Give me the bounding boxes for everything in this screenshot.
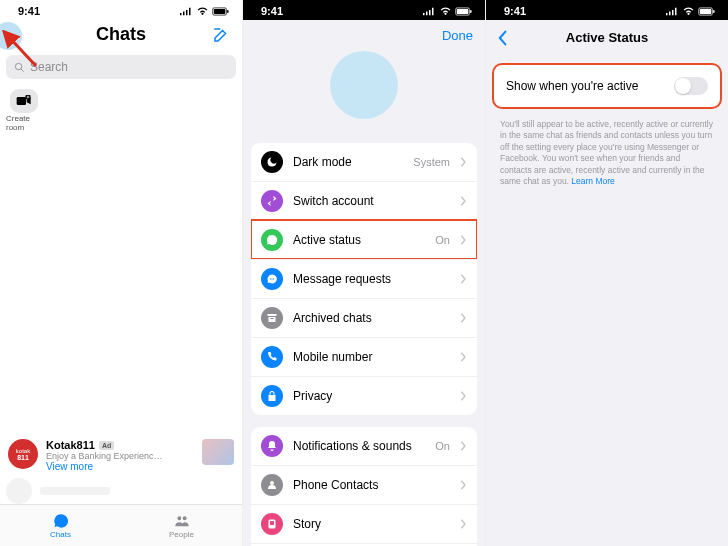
status-bar: 9:41 xyxy=(486,0,728,20)
search-placeholder: Search xyxy=(30,60,68,74)
svg-point-4 xyxy=(15,63,21,69)
page-title: Chats xyxy=(10,24,232,45)
show-active-label: Show when you're active xyxy=(506,79,638,93)
sponsored-row[interactable]: kotak811 Kotak811 Ad Enjoy a Banking Exp… xyxy=(0,435,242,476)
screen-settings: 9:41 Done Dark modeSystemSwitch accountA… xyxy=(242,0,485,546)
row-label: Archived chats xyxy=(293,311,450,325)
row-label: Mobile number xyxy=(293,350,450,364)
settings-row-phone-contacts[interactable]: Phone Contacts xyxy=(251,465,477,504)
bell-icon xyxy=(261,435,283,457)
ad-badge: Ad xyxy=(99,441,114,450)
help-text: You'll still appear to be active, recent… xyxy=(486,115,728,192)
row-label: Switch account xyxy=(293,194,450,208)
chevron-right-icon xyxy=(460,519,467,529)
moon-icon xyxy=(261,151,283,173)
row-value: System xyxy=(413,156,450,168)
profile-avatar-large[interactable] xyxy=(330,51,398,119)
ad-title: Kotak811 xyxy=(46,439,95,451)
wifi-icon xyxy=(682,7,695,16)
profile-avatar[interactable] xyxy=(0,22,22,50)
ghost-row xyxy=(6,480,236,502)
chevron-right-icon xyxy=(460,352,467,362)
settings-group-2: Notifications & soundsOnPhone ContactsSt… xyxy=(251,427,477,546)
settings-row-message-requests[interactable]: Message requests xyxy=(251,259,477,298)
chevron-right-icon xyxy=(460,480,467,490)
status-indicators xyxy=(179,7,230,16)
show-active-toggle-row[interactable]: Show when you're active xyxy=(494,65,720,107)
svg-rect-15 xyxy=(700,8,712,13)
people-icon xyxy=(173,513,191,529)
status-time: 9:41 xyxy=(504,5,526,17)
search-input[interactable]: Search xyxy=(6,55,236,79)
signal-icon xyxy=(422,7,436,16)
settings-row-privacy[interactable]: Privacy xyxy=(251,376,477,415)
svg-rect-6 xyxy=(17,97,26,105)
settings-row-mobile-number[interactable]: Mobile number xyxy=(251,337,477,376)
signal-icon xyxy=(179,7,193,16)
page-title: Active Status xyxy=(566,30,648,45)
phone-icon xyxy=(261,346,283,368)
row-value: On xyxy=(435,440,450,452)
active-status-header: Active Status xyxy=(486,20,728,59)
settings-row-story[interactable]: Story xyxy=(251,504,477,543)
row-value: On xyxy=(435,234,450,246)
create-room-label: Create room xyxy=(6,115,42,133)
tab-bar: Chats People xyxy=(0,504,242,546)
tab-chats[interactable]: Chats xyxy=(0,505,121,546)
rooms-row: Create room xyxy=(0,87,242,141)
svg-rect-10 xyxy=(470,10,471,13)
video-plus-icon xyxy=(10,89,38,113)
message-icon xyxy=(261,268,283,290)
svg-rect-9 xyxy=(457,8,469,13)
compose-icon[interactable] xyxy=(212,26,230,44)
tab-people[interactable]: People xyxy=(121,505,242,546)
learn-more-link[interactable]: Learn More xyxy=(571,176,614,186)
status-time: 9:41 xyxy=(18,5,40,17)
chats-header: Chats xyxy=(0,20,242,51)
wifi-icon xyxy=(196,7,209,16)
create-room-button[interactable]: Create room xyxy=(6,89,42,133)
row-label: Notifications & sounds xyxy=(293,439,425,453)
done-row: Done xyxy=(243,20,485,43)
search-icon xyxy=(14,62,25,73)
settings-row-archived-chats[interactable]: Archived chats xyxy=(251,298,477,337)
chevron-right-icon xyxy=(460,235,467,245)
status-bar: 9:41 xyxy=(243,0,485,20)
archive-icon xyxy=(261,307,283,329)
toggle-switch[interactable] xyxy=(674,77,708,95)
ad-subtitle: Enjoy a Banking Experience like nev... xyxy=(46,451,166,461)
ad-cta[interactable]: View more xyxy=(46,461,194,472)
tab-chats-label: Chats xyxy=(50,530,71,539)
status-time: 9:41 xyxy=(261,5,283,17)
row-label: Story xyxy=(293,517,450,531)
bubble-icon xyxy=(261,229,283,251)
chevron-right-icon xyxy=(460,157,467,167)
svg-rect-1 xyxy=(214,8,226,13)
story-icon xyxy=(261,513,283,535)
row-label: Active status xyxy=(293,233,425,247)
ad-image xyxy=(202,439,234,465)
swap-icon xyxy=(261,190,283,212)
chat-bubble-icon xyxy=(52,513,70,529)
ad-text: Kotak811 Ad Enjoy a Banking Experience l… xyxy=(46,439,194,472)
settings-row-notifications-sounds[interactable]: Notifications & soundsOn xyxy=(251,427,477,465)
contacts-icon xyxy=(261,474,283,496)
svg-rect-12 xyxy=(270,521,274,525)
settings-row-active-status[interactable]: Active statusOn xyxy=(251,220,477,259)
chevron-right-icon xyxy=(460,391,467,401)
settings-row-dark-mode[interactable]: Dark modeSystem xyxy=(251,143,477,181)
chevron-right-icon xyxy=(460,196,467,206)
svg-rect-2 xyxy=(227,10,228,13)
chevron-right-icon xyxy=(460,313,467,323)
chevron-right-icon xyxy=(460,274,467,284)
status-indicators xyxy=(665,7,716,16)
wifi-icon xyxy=(439,7,452,16)
chevron-right-icon xyxy=(460,441,467,451)
settings-row-switch-account[interactable]: Switch account xyxy=(251,181,477,220)
back-chevron-icon[interactable] xyxy=(496,30,510,46)
svg-rect-16 xyxy=(713,10,714,13)
done-button[interactable]: Done xyxy=(442,28,473,43)
battery-icon xyxy=(698,7,716,16)
row-label: Message requests xyxy=(293,272,450,286)
tab-people-label: People xyxy=(169,530,194,539)
